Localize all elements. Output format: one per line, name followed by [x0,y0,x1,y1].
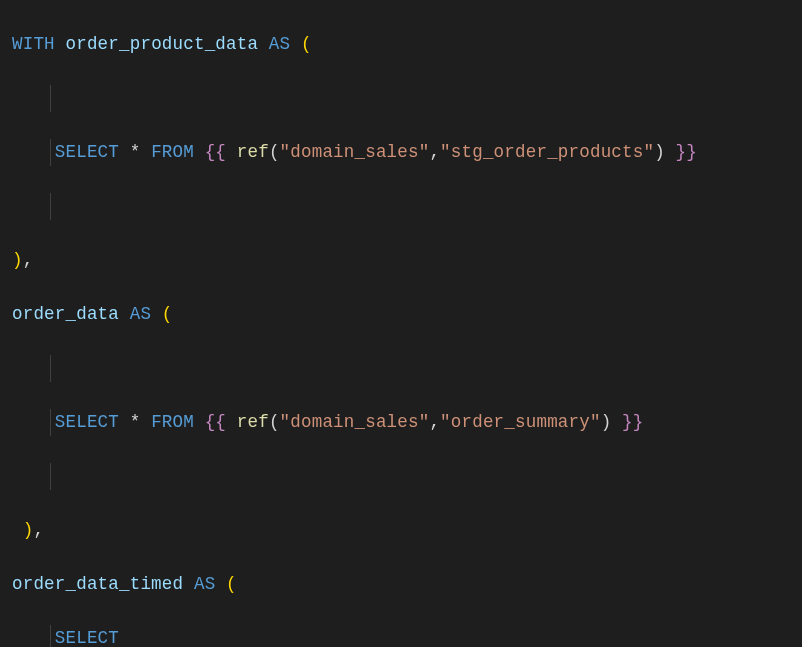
code-line: SELECT * FROM {{ ref("domain_sales","ord… [0,409,802,436]
jinja-open: {{ [205,142,226,162]
string: "domain_sales" [280,412,430,432]
code-line: ), [0,247,802,274]
code-line: order_data AS ( [0,301,802,328]
keyword-select: SELECT [55,142,119,162]
identifier: order_data [12,304,119,324]
code-line [0,463,802,490]
identifier: order_product_data [66,34,259,54]
paren-close: ) [12,250,23,270]
keyword-from: FROM [151,412,194,432]
code-editor[interactable]: WITH order_product_data AS ( SELECT * FR… [0,0,802,647]
jinja-close: }} [676,142,697,162]
keyword-select: SELECT [55,412,119,432]
paren-close: ) [23,520,34,540]
paren-open: ( [301,34,312,54]
paren-open: ( [226,574,237,594]
comma: , [23,250,34,270]
string: "order_summary" [440,412,601,432]
comma: , [429,412,440,432]
function-ref: ref [237,412,269,432]
keyword-as: AS [194,574,215,594]
jinja-close: }} [622,412,643,432]
star: * [130,412,141,432]
code-line: SELECT * FROM {{ ref("domain_sales","stg… [0,139,802,166]
comma: , [33,520,44,540]
paren-close: ) [654,142,665,162]
code-line: order_data_timed AS ( [0,571,802,598]
function-ref: ref [237,142,269,162]
string: "domain_sales" [280,142,430,162]
string: "stg_order_products" [440,142,654,162]
keyword-as: AS [130,304,151,324]
comma: , [429,142,440,162]
paren-open: ( [269,412,280,432]
keyword-from: FROM [151,142,194,162]
identifier: order_data_timed [12,574,183,594]
jinja-open: {{ [205,412,226,432]
star: * [130,142,141,162]
code-line [0,193,802,220]
keyword-with: WITH [12,34,55,54]
code-line: SELECT [0,625,802,647]
code-line: ), [0,517,802,544]
paren-open: ( [162,304,173,324]
code-line [0,355,802,382]
keyword-as: AS [269,34,290,54]
code-line [0,85,802,112]
code-line: WITH order_product_data AS ( [0,31,802,58]
paren-close: ) [601,412,612,432]
keyword-select: SELECT [55,628,119,647]
paren-open: ( [269,142,280,162]
